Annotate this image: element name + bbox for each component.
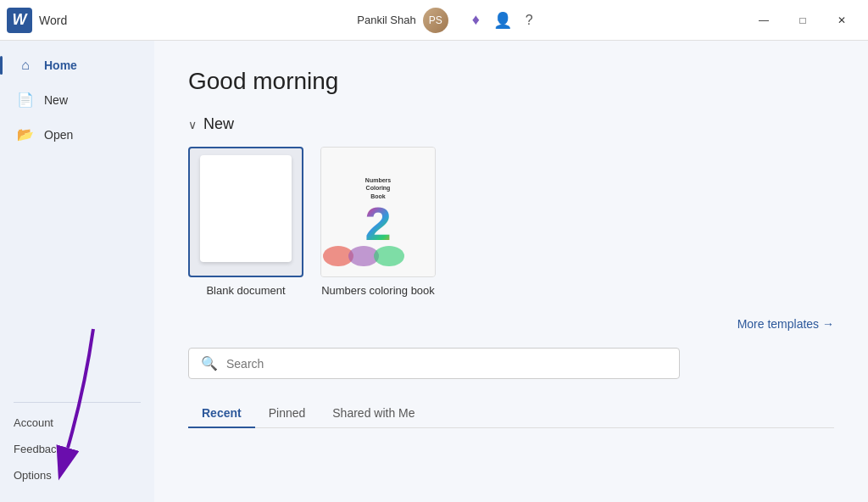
blank-page-preview	[200, 155, 292, 262]
title-bar-icons: ♦ 👤 ?	[472, 11, 533, 30]
help-icon[interactable]: ?	[526, 13, 533, 28]
maximize-button[interactable]: □	[783, 7, 822, 34]
app-body: ⌂ Home 📄 New 📂 Open Account Feedback Opt…	[0, 41, 868, 502]
coloring-template-thumb: NumbersColoringBook 2	[320, 147, 436, 277]
new-doc-icon: 📄	[17, 92, 34, 108]
sidebar-item-label: New	[44, 93, 68, 107]
title-bar-center: Pankil Shah PS ♦ 👤 ?	[159, 8, 731, 33]
decorative-swirls	[321, 239, 406, 273]
tab-recent[interactable]: Recent	[188, 399, 255, 428]
user-avatar[interactable]: PS	[423, 8, 448, 33]
sidebar-top: ⌂ Home 📄 New 📂 Open	[0, 47, 154, 395]
sidebar-item-home[interactable]: ⌂ Home	[3, 49, 151, 81]
sidebar-item-new[interactable]: 📄 New	[3, 83, 151, 116]
title-bar-controls: — □ ✕	[744, 7, 861, 34]
sidebar-item-options[interactable]: Options	[0, 462, 154, 488]
sidebar-item-account[interactable]: Account	[0, 410, 154, 436]
sidebar-item-open[interactable]: 📂 Open	[3, 118, 151, 151]
title-bar: W Word Pankil Shah PS ♦ 👤 ? — □ ✕	[0, 0, 868, 41]
close-button[interactable]: ✕	[822, 7, 861, 34]
blank-template-label: Blank document	[206, 284, 285, 297]
more-templates-link[interactable]: More templates →	[737, 317, 834, 331]
tab-shared[interactable]: Shared with Me	[319, 399, 428, 428]
template-card-coloring[interactable]: NumbersColoringBook 2 Numbers coloring b…	[320, 147, 436, 297]
user-name: Pankil Shah	[357, 14, 415, 26]
sidebar-item-feedback[interactable]: Feedback	[0, 436, 154, 462]
person-icon[interactable]: 👤	[493, 11, 512, 30]
sidebar-item-label: Open	[44, 128, 73, 142]
search-bar: 🔍	[188, 348, 680, 379]
templates-row: Blank document NumbersColoringBook 2	[188, 147, 834, 297]
chevron-down-icon[interactable]: ∨	[188, 118, 197, 131]
new-section-title: New	[203, 115, 234, 133]
coloring-template-label: Numbers coloring book	[321, 284, 435, 297]
svg-point-3	[374, 246, 404, 266]
search-icon: 🔍	[201, 355, 218, 371]
greeting-text: Good morning	[188, 68, 834, 95]
template-card-blank[interactable]: Blank document	[188, 147, 303, 297]
blank-template-thumb	[188, 147, 303, 277]
minimize-button[interactable]: —	[744, 7, 783, 34]
tabs-row: Recent Pinned Shared with Me	[188, 399, 834, 428]
sidebar-divider	[14, 402, 141, 403]
app-name: Word	[39, 14, 67, 27]
sidebar: ⌂ Home 📄 New 📂 Open Account Feedback Opt…	[0, 41, 154, 502]
home-icon: ⌂	[17, 58, 34, 73]
more-templates-row: More templates →	[188, 317, 834, 331]
user-area: Pankil Shah PS	[357, 8, 448, 33]
diamond-icon[interactable]: ♦	[472, 11, 480, 29]
content-area: Good morning ∨ New Blank document Number…	[154, 41, 868, 502]
word-logo: W	[7, 8, 32, 33]
sidebar-item-label: Home	[44, 59, 77, 72]
search-input[interactable]	[226, 357, 667, 371]
coloring-book-preview: NumbersColoringBook 2	[321, 148, 435, 276]
new-section-header: ∨ New	[188, 115, 834, 133]
sidebar-bottom: Account Feedback Options	[0, 410, 154, 502]
title-bar-left: W Word	[7, 8, 159, 33]
tab-pinned[interactable]: Pinned	[255, 399, 320, 428]
open-folder-icon: 📂	[17, 126, 34, 142]
